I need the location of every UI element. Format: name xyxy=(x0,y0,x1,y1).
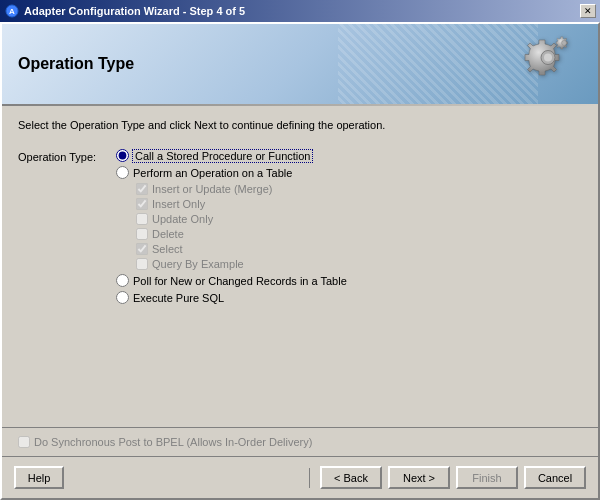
checkbox-synchronous xyxy=(18,436,30,448)
radio-label-stored-proc[interactable]: Call a Stored Procedure or Function xyxy=(133,150,312,162)
radio-options: Call a Stored Procedure or Function Perf… xyxy=(116,149,347,304)
instruction-text: Select the Operation Type and click Next… xyxy=(18,118,582,133)
radio-stored-proc[interactable] xyxy=(116,149,129,162)
svg-point-3 xyxy=(544,54,552,62)
help-button[interactable]: Help xyxy=(14,466,64,489)
radio-label-pure-sql[interactable]: Execute Pure SQL xyxy=(133,292,224,304)
checkbox-insert-update xyxy=(136,183,148,195)
title-bar-buttons: ✕ xyxy=(580,4,596,18)
checkbox-insert-only xyxy=(136,198,148,210)
checkbox-delete xyxy=(136,228,148,240)
header-section: Operation Type xyxy=(2,24,598,104)
header-pattern xyxy=(338,24,538,104)
sub-options-group: Insert or Update (Merge) Insert Only Upd… xyxy=(136,183,347,270)
content-area: Select the Operation Type and click Next… xyxy=(2,106,598,427)
form-area: Operation Type: Call a Stored Procedure … xyxy=(18,149,582,415)
svg-point-4 xyxy=(562,40,567,45)
checkbox-label-insert-only: Insert Only xyxy=(152,198,205,210)
checkbox-item-insert-only: Insert Only xyxy=(136,198,347,210)
radio-label-poll[interactable]: Poll for New or Changed Records in a Tab… xyxy=(133,275,347,287)
bottom-section: Do Synchronous Post to BPEL (Allows In-O… xyxy=(2,427,598,456)
radio-item-poll[interactable]: Poll for New or Changed Records in a Tab… xyxy=(116,274,347,287)
gear-container xyxy=(522,34,582,94)
radio-item-stored-proc[interactable]: Call a Stored Procedure or Function xyxy=(116,149,347,162)
checkbox-item-select: Select xyxy=(136,243,347,255)
radio-pure-sql[interactable] xyxy=(116,291,129,304)
back-button[interactable]: < Back xyxy=(320,466,382,489)
radio-label-table-op[interactable]: Perform an Operation on a Table xyxy=(133,167,292,179)
operation-type-row: Operation Type: Call a Stored Procedure … xyxy=(18,149,582,304)
checkbox-label-synchronous: Do Synchronous Post to BPEL (Allows In-O… xyxy=(34,436,312,448)
radio-table-op[interactable] xyxy=(116,166,129,179)
checkbox-label-query-by-example: Query By Example xyxy=(152,258,244,270)
checkbox-select xyxy=(136,243,148,255)
checkbox-item-synchronous: Do Synchronous Post to BPEL (Allows In-O… xyxy=(18,436,582,448)
checkbox-label-delete: Delete xyxy=(152,228,184,240)
checkbox-label-select: Select xyxy=(152,243,183,255)
page-title: Operation Type xyxy=(18,55,134,73)
close-button[interactable]: ✕ xyxy=(580,4,596,18)
field-label: Operation Type: xyxy=(18,149,108,163)
checkbox-item-insert-update: Insert or Update (Merge) xyxy=(136,183,347,195)
svg-text:A: A xyxy=(9,7,15,16)
radio-poll[interactable] xyxy=(116,274,129,287)
checkbox-item-delete: Delete xyxy=(136,228,347,240)
gear-icon xyxy=(522,34,574,86)
wizard-icon: A xyxy=(4,3,20,19)
footer-separator xyxy=(309,468,310,488)
main-window: Operation Type xyxy=(0,22,600,500)
checkbox-label-update-only: Update Only xyxy=(152,213,213,225)
footer-buttons: Help < Back Next > Finish Cancel xyxy=(2,456,598,498)
checkbox-item-query-by-example: Query By Example xyxy=(136,258,347,270)
cancel-button[interactable]: Cancel xyxy=(524,466,586,489)
window-title: Adapter Configuration Wizard - Step 4 of… xyxy=(24,5,580,17)
checkbox-update-only xyxy=(136,213,148,225)
radio-item-table-op[interactable]: Perform an Operation on a Table xyxy=(116,166,347,179)
finish-button[interactable]: Finish xyxy=(456,466,518,489)
next-button[interactable]: Next > xyxy=(388,466,450,489)
checkbox-item-update-only: Update Only xyxy=(136,213,347,225)
title-bar: A Adapter Configuration Wizard - Step 4 … xyxy=(0,0,600,22)
radio-item-pure-sql[interactable]: Execute Pure SQL xyxy=(116,291,347,304)
checkbox-label-insert-update: Insert or Update (Merge) xyxy=(152,183,272,195)
checkbox-query-by-example xyxy=(136,258,148,270)
